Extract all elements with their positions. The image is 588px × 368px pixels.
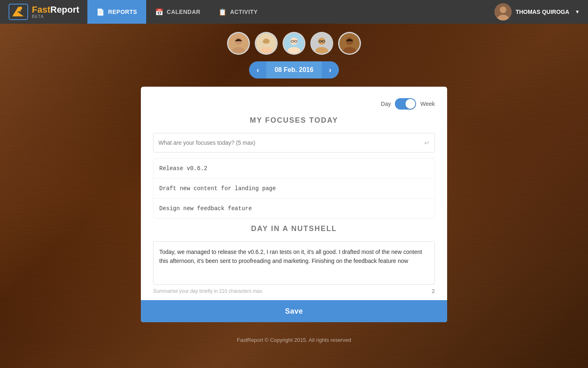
char-count: 2 (432, 288, 435, 294)
nav-label-reports: REPORTS (108, 9, 137, 15)
toggle-row: Day Week (153, 98, 435, 110)
calendar-icon: 📅 (155, 8, 164, 16)
focus-item[interactable]: Draft new content for landing page (154, 179, 434, 199)
user-circle-5[interactable] (338, 32, 361, 55)
user-circle-3[interactable] (283, 32, 305, 55)
logo-beta: BETA (32, 14, 79, 19)
user-circle-4[interactable] (310, 32, 333, 55)
user-name: THOMAS QUIROGA (516, 9, 569, 15)
nav-label-calendar: CALENDAR (167, 9, 200, 15)
svg-point-13 (290, 38, 298, 45)
user-dropdown-arrow[interactable]: ▼ (575, 9, 580, 15)
user-circle-1[interactable] (227, 32, 250, 55)
focus-items-list: Release v0.6.2 Draft new content for lan… (153, 158, 435, 219)
focus-item[interactable]: Design new feedback feature (154, 199, 434, 218)
nav-items: 📄 REPORTS 📅 CALENDAR 📋 ACTIVITY (87, 0, 267, 24)
navbar: FastReport BETA 📄 REPORTS 📅 CALENDAR 📋 A… (0, 0, 588, 24)
main-card: Day Week MY FOCUSES TODAY ↵ Release v0.6… (141, 87, 447, 322)
nutshell-textarea-wrap (153, 241, 435, 285)
toggle-knob (405, 99, 415, 109)
reports-icon: 📄 (96, 8, 105, 16)
user-avatar-img (494, 3, 512, 20)
nav-right: THOMAS QUIROGA ▼ (494, 3, 580, 20)
footer-text: FastReport © Copyright 2015. All rights … (237, 337, 351, 343)
focuses-title: MY FOCUSES TODAY (153, 116, 435, 125)
save-button[interactable]: Save (141, 300, 447, 322)
date-navigator: ‹ 08 Feb. 2016 › (249, 61, 339, 79)
svg-rect-0 (9, 4, 28, 20)
enter-icon: ↵ (424, 139, 430, 147)
nutshell-title: DAY IN A NUTSHELL (153, 224, 435, 233)
day-week-toggle[interactable] (395, 98, 416, 110)
focus-input[interactable] (158, 139, 424, 146)
main-content: ‹ 08 Feb. 2016 › Day Week MY FOCUSES TOD… (0, 24, 588, 368)
user-avatar[interactable] (494, 3, 512, 20)
current-date-display: 08 Feb. 2016 (266, 61, 321, 79)
nutshell-section: DAY IN A NUTSHELL Summarise your day bri… (153, 224, 435, 300)
nutshell-textarea[interactable] (154, 242, 434, 283)
logo-icon (8, 3, 29, 20)
user-circle-2[interactable] (255, 32, 278, 55)
focus-item[interactable]: Release v0.6.2 (154, 159, 434, 179)
week-label: Week (420, 101, 435, 107)
user-avatars-row (227, 32, 361, 55)
char-info-row: Summarise your day briefly in 210 charac… (153, 288, 435, 300)
nav-item-calendar[interactable]: 📅 CALENDAR (146, 0, 209, 24)
logo-name: FastReport (32, 5, 79, 14)
focus-input-wrap: ↵ (153, 133, 435, 153)
logo[interactable]: FastReport BETA (8, 3, 79, 20)
footer: FastReport © Copyright 2015. All rights … (230, 330, 358, 350)
svg-point-2 (19, 7, 22, 10)
nav-item-activity[interactable]: 📋 ACTIVITY (209, 0, 267, 24)
nav-item-reports[interactable]: 📄 REPORTS (87, 0, 146, 24)
day-label: Day (381, 101, 391, 107)
activity-icon: 📋 (218, 8, 227, 16)
logo-text: FastReport BETA (32, 5, 79, 19)
prev-date-button[interactable]: ‹ (249, 61, 266, 79)
next-date-button[interactable]: › (322, 61, 339, 79)
char-hint: Summarise your day briefly in 210 charac… (153, 288, 263, 294)
svg-point-4 (500, 7, 506, 13)
nav-label-activity: ACTIVITY (230, 9, 258, 15)
